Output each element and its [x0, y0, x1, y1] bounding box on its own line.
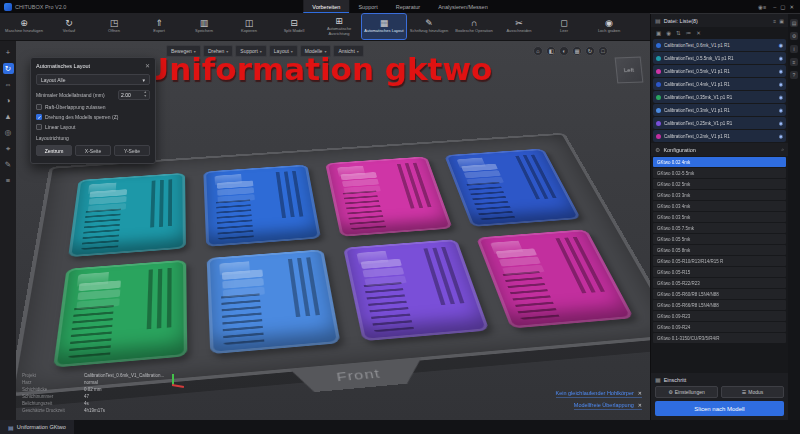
move-tool-icon[interactable]: +	[3, 47, 14, 58]
visibility-icon[interactable]: ◉	[779, 81, 783, 87]
toolbar-automatische-ausrichtung[interactable]: ⊞Automatische Ausrichtung	[317, 14, 361, 39]
toolbar-speichern[interactable]: ▥Speichern	[182, 14, 226, 39]
toolbar-split-modell[interactable]: ⊟Split Modell	[272, 14, 316, 39]
visibility-icon[interactable]: ◉	[779, 68, 783, 74]
model-tile-8[interactable]	[476, 229, 634, 328]
vp-tool-support[interactable]: Support▾	[235, 45, 267, 57]
slice-button[interactable]: Slicen nach Modell	[655, 401, 784, 416]
vp-tool-layout[interactable]: Layout▾	[269, 45, 298, 57]
home-view-icon[interactable]: ⌂	[533, 46, 543, 56]
config-item[interactable]: GKtwo 0.05-R60/R8 L5N4/N88	[653, 289, 786, 299]
toolbar-automatisches-layout[interactable]: ▦Automatisches Layout	[362, 14, 406, 39]
model-tile-6[interactable]	[207, 249, 341, 354]
visibility-icon[interactable]: ◉	[779, 133, 783, 139]
config-item[interactable]: GKtwo 0.05-R66/R8 L5N4/N88	[653, 300, 786, 310]
hollow-tool-icon[interactable]: ◎	[3, 127, 14, 138]
config-item[interactable]: GKtwo 0.02 5mk	[653, 179, 786, 189]
toolbar-verlauf[interactable]: ↻Verlauf	[47, 14, 91, 39]
visibility-icon[interactable]: ◉	[779, 94, 783, 100]
collapse-icon[interactable]: ≡	[773, 18, 776, 24]
direction-zentrum[interactable]: Zentrum	[36, 145, 72, 156]
panel-files-icon[interactable]: ▤	[790, 19, 798, 27]
fullscreen-view-icon[interactable]: □	[598, 46, 608, 56]
visibility-icon[interactable]: ◉	[779, 107, 783, 113]
printer-selector[interactable]: ▤ Uniformation GKtwo	[0, 420, 74, 434]
rotate-tool-icon[interactable]: ↻	[3, 63, 14, 74]
hide-all-icon[interactable]: ◉	[666, 30, 671, 36]
model-tile-1[interactable]	[68, 173, 186, 257]
toolbar-export[interactable]: ⇑Export	[137, 14, 181, 39]
fit-view-icon[interactable]: ◧	[546, 46, 556, 56]
toolbar-kopieren[interactable]: ◫Kopieren	[227, 14, 271, 39]
file-row[interactable]: CalibrationTest_0.6mk_V1 p1 R1◉	[653, 39, 786, 51]
measure-tool-icon[interactable]: ⌖	[3, 143, 14, 154]
toolbar-öffnen[interactable]: ◳Öffnen	[92, 14, 136, 39]
scale-tool-icon[interactable]: ⇔	[3, 79, 14, 90]
config-item[interactable]: GKtwo 0.05 7.5mk	[653, 223, 786, 233]
settings-button[interactable]: ⚙ Einstellungen	[655, 386, 718, 398]
config-item[interactable]: GKtwo 0.02-5.5mk	[653, 168, 786, 178]
toolbar-maschine-hinzufügen[interactable]: ⊕Maschine hinzufügen	[2, 14, 46, 39]
config-item[interactable]: GKtwo 0.09-R23	[653, 311, 786, 321]
more-tools-icon[interactable]: ≡	[3, 175, 14, 186]
file-row[interactable]: CalibrationTest_0.3mk_V1 p1 R1◉	[653, 104, 786, 116]
close-icon[interactable]: ✕	[638, 390, 642, 396]
spacing-input[interactable]: 2.00 ▲▼	[118, 90, 150, 100]
file-row[interactable]: CalibrationTest_0.5.5mk_V1 p1 R1◉	[653, 52, 786, 64]
viewport-3d[interactable]: Front Uniformation gktwo Bewegen▾Drehen▾…	[16, 41, 650, 420]
tab-vorbereiten[interactable]: Vorbereiten	[303, 0, 349, 13]
vp-tool-drehen[interactable]: Drehen▾	[203, 45, 233, 57]
stepper-arrows-icon[interactable]: ▲▼	[144, 91, 147, 98]
notification[interactable]: Modellfreie Überlappung✕	[574, 402, 642, 410]
direction-y-seite[interactable]: Y-Seite	[114, 145, 150, 156]
checkbox-drehung-des-modells-sperren-z[interactable]: Drehung des Modells sperren (Z)	[36, 114, 150, 120]
direction-x-seite[interactable]: X-Seite	[75, 145, 111, 156]
grid-view-icon[interactable]: ▦	[572, 46, 582, 56]
toolbar-ausschneiden[interactable]: ✂Ausschneiden	[497, 14, 541, 39]
close-icon[interactable]: ✕	[638, 402, 642, 408]
expand-icon[interactable]: ▣	[779, 18, 784, 24]
file-row[interactable]: CalibrationTest_0.25mk_V1 p1 R1◉	[653, 117, 786, 129]
group-icon[interactable]: ≔	[686, 30, 692, 36]
vp-dropdown-ansicht[interactable]: Ansicht▾	[333, 45, 363, 57]
model-tile-2[interactable]	[203, 165, 321, 247]
checkbox-linear-layout[interactable]: Linear Layout	[36, 124, 150, 130]
toolbar-leer[interactable]: ◻Leer	[542, 14, 586, 39]
model-tile-7[interactable]	[343, 239, 489, 341]
file-row[interactable]: CalibrationTest_0.5mk_V1 p1 R1◉	[653, 65, 786, 77]
select-all-icon[interactable]: ▣	[656, 30, 661, 36]
text-tool-icon[interactable]: ✎	[3, 159, 14, 170]
delete-file-icon[interactable]: ✕	[696, 30, 701, 36]
panel-info-icon[interactable]: i	[790, 45, 798, 53]
close-button[interactable]: ✕	[787, 4, 796, 10]
config-item[interactable]: GKtwo 0.02 4mk	[653, 157, 786, 167]
layout-mode-select[interactable]: Layout Alle ▾	[36, 74, 150, 85]
config-item[interactable]: GKtwo 0.05-R10/R13/R14/R15 R	[653, 256, 786, 266]
config-item[interactable]: GKtwo 0.03 5mk	[653, 212, 786, 222]
config-item[interactable]: GKtwo 0.05-R22/R23	[653, 278, 786, 288]
toolbar-boolesche-operation[interactable]: ∩Boolesche Operation	[452, 14, 496, 39]
config-item[interactable]: GKtwo 0.05 8mk	[653, 245, 786, 255]
model-tile-4[interactable]	[444, 149, 581, 227]
shade-view-icon[interactable]: ◐	[559, 46, 569, 56]
sort-icon[interactable]: ⇅	[676, 30, 681, 36]
config-item[interactable]: GKtwo 0.05-R15	[653, 267, 786, 277]
tab-analysieren-messen[interactable]: Analysieren/Messen	[429, 0, 497, 13]
model-tile-5[interactable]	[53, 260, 187, 368]
file-row[interactable]: CalibrationTest_0.2mk_V1 p1 R1◉	[653, 130, 786, 142]
search-icon[interactable]: ⌕	[781, 146, 784, 153]
notification[interactable]: Kein gleichlaufender Hohlkörper✕	[556, 390, 642, 398]
vp-tool-bewegen[interactable]: Bewegen▾	[166, 45, 201, 57]
mirror-tool-icon[interactable]: ◑	[3, 95, 14, 106]
file-row[interactable]: CalibrationTest_0.4mk_V1 p1 R1◉	[653, 78, 786, 90]
close-icon[interactable]: ✕	[145, 62, 150, 69]
visibility-icon[interactable]: ◉	[779, 120, 783, 126]
support-tool-icon[interactable]: ▲	[3, 111, 14, 122]
visibility-icon[interactable]: ◉	[779, 42, 783, 48]
checkbox-raft-überlappung-zulassen[interactable]: Raft-Überlappung zulassen	[36, 104, 150, 110]
toolbar-loch-graben[interactable]: ◉Loch graben	[587, 14, 631, 39]
tab-support[interactable]: Support	[349, 0, 386, 13]
vp-dropdown-modelle[interactable]: Modelle▾	[300, 45, 332, 57]
config-item[interactable]: GKtwo 0.09-R24	[653, 322, 786, 332]
settings-icon[interactable]: ≡	[763, 4, 766, 10]
